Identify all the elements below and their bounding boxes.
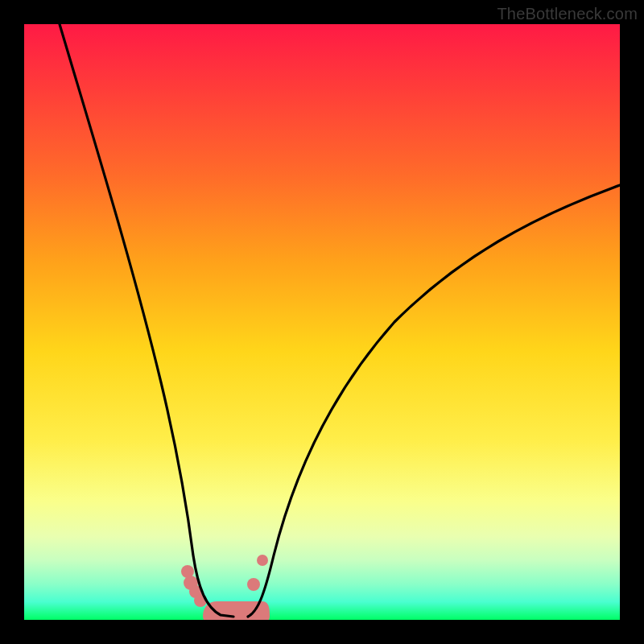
left-beads xyxy=(181,565,207,607)
watermark-text: TheBottleneck.com xyxy=(497,5,638,23)
svg-point-4 xyxy=(247,578,260,591)
svg-point-5 xyxy=(257,555,268,566)
plot-area xyxy=(24,24,620,620)
chart-svg xyxy=(24,24,620,620)
curve-right-branch xyxy=(248,185,620,617)
curve-left-branch xyxy=(60,24,233,617)
chart-frame: TheBottleneck.com xyxy=(0,0,644,644)
